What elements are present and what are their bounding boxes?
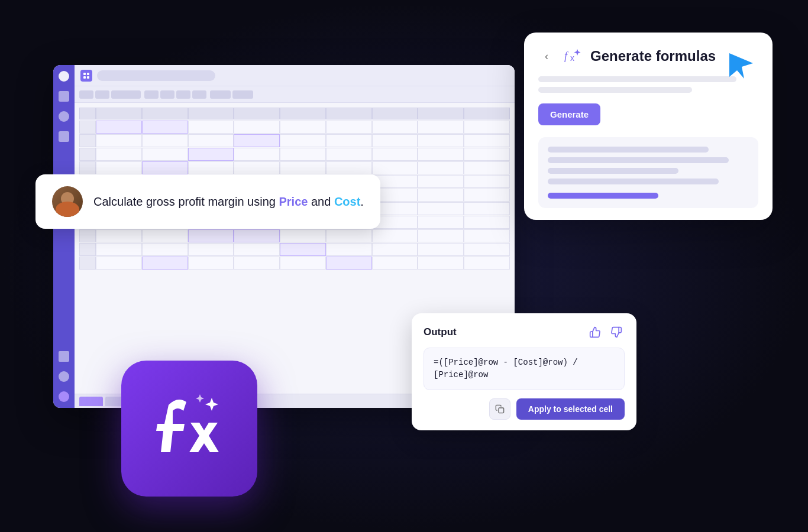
sheet-cell-b1[interactable]: [142, 121, 188, 134]
sheet-cell-b9[interactable]: [142, 229, 188, 242]
copy-button[interactable]: [489, 398, 510, 420]
sheet-cell-a3[interactable]: [96, 148, 142, 161]
sheet-cell-f9[interactable]: [326, 229, 372, 242]
sheet-cell-b3[interactable]: [142, 148, 188, 161]
sheet-cell-b11[interactable]: [142, 257, 188, 270]
sheet-cell-g4[interactable]: [372, 161, 418, 174]
sheet-cell-b2[interactable]: [142, 134, 188, 147]
sheet-cell-h10[interactable]: [418, 243, 464, 256]
svg-rect-1: [87, 73, 89, 75]
sheet-cell-a10[interactable]: [96, 243, 142, 256]
sheet-cell-g1[interactable]: [372, 121, 418, 134]
sheet-cell-i4[interactable]: [464, 161, 510, 174]
sheet-cell-d9[interactable]: [234, 229, 280, 242]
sidebar-icon-avatar[interactable]: [59, 391, 69, 402]
sheet-cell-i9[interactable]: [464, 229, 510, 242]
thumbs-down-icon[interactable]: [608, 324, 625, 340]
sheet-cell-d4[interactable]: [234, 161, 280, 174]
sheet-cell-h3[interactable]: [418, 148, 464, 161]
sheet-cell-d11[interactable]: [234, 257, 280, 270]
sheet-cell-h2[interactable]: [418, 134, 464, 147]
sheet-row-header-10: [79, 243, 96, 256]
panel-desc-line-2: [538, 87, 692, 93]
svg-rect-0: [83, 73, 86, 75]
sheet-cell-g9[interactable]: [372, 229, 418, 242]
sheet-cell-d10[interactable]: [234, 243, 280, 256]
sheet-cell-c10[interactable]: [188, 243, 234, 256]
sheet-cell-d2[interactable]: [234, 134, 280, 147]
sheet-cell-h7[interactable]: [418, 202, 464, 215]
sheet-cell-a1[interactable]: [96, 121, 142, 134]
sheet-cell-i10[interactable]: [464, 243, 510, 256]
sheet-row-4: [79, 161, 510, 174]
sheet-cell-e11[interactable]: [280, 257, 326, 270]
sheet-cell-a4[interactable]: [96, 161, 142, 174]
sheet-cell-e2[interactable]: [280, 134, 326, 147]
sheet-cell-i8[interactable]: [464, 216, 510, 229]
formula-bar-pill-6: [176, 90, 190, 99]
sheet-cell-e10[interactable]: [280, 243, 326, 256]
panel-fx-icon: f x: [562, 46, 583, 67]
user-avatar: [52, 186, 83, 217]
sheet-cell-h4[interactable]: [418, 161, 464, 174]
panel-back-button[interactable]: ‹: [538, 48, 555, 64]
result-line-2: [548, 157, 729, 163]
sidebar-icon-file[interactable]: [59, 131, 69, 142]
sheet-cell-c11[interactable]: [188, 257, 234, 270]
sheet-cell-i11[interactable]: [464, 257, 510, 270]
sheet-cell-a11[interactable]: [96, 257, 142, 270]
sheet-cell-a2[interactable]: [96, 134, 142, 147]
formula-bar-pill-5: [160, 90, 174, 99]
sheet-cell-i2[interactable]: [464, 134, 510, 147]
sheet-cell-h1[interactable]: [418, 121, 464, 134]
sheet-cell-b4[interactable]: [142, 161, 188, 174]
sheet-cell-i5[interactable]: [464, 175, 510, 188]
sheet-cell-e9[interactable]: [280, 229, 326, 242]
sheet-cell-i7[interactable]: [464, 202, 510, 215]
sheet-cell-h6[interactable]: [418, 189, 464, 202]
thumbs-up-icon[interactable]: [587, 324, 603, 340]
sheet-cell-i3[interactable]: [464, 148, 510, 161]
apply-to-cell-button[interactable]: Apply to selected cell: [516, 398, 625, 420]
sidebar-icon-search[interactable]: [59, 111, 69, 122]
sheet-cell-d3[interactable]: [234, 148, 280, 161]
sheet-cell-g11[interactable]: [372, 257, 418, 270]
sheet-cell-g2[interactable]: [372, 134, 418, 147]
sheet-cell-c4[interactable]: [188, 161, 234, 174]
svg-rect-2: [83, 76, 86, 79]
sheet-cell-f2[interactable]: [326, 134, 372, 147]
svg-text:f: f: [564, 50, 569, 62]
sheet-cell-f1[interactable]: [326, 121, 372, 134]
sheet-cell-c2[interactable]: [188, 134, 234, 147]
sheet-cell-a9[interactable]: [96, 229, 142, 242]
sidebar-icon-home[interactable]: [59, 71, 69, 82]
sheet-cell-h9[interactable]: [418, 229, 464, 242]
sheet-tab-1[interactable]: [79, 397, 103, 406]
result-line-4: [548, 179, 719, 184]
sheet-cell-f3[interactable]: [326, 148, 372, 161]
sidebar-icon-settings[interactable]: [59, 371, 69, 382]
generate-button[interactable]: Generate: [538, 103, 600, 125]
sheet-cell-e3[interactable]: [280, 148, 326, 161]
sheet-cell-f11[interactable]: [326, 257, 372, 270]
sheet-cell-g10[interactable]: [372, 243, 418, 256]
sheet-cell-d1[interactable]: [234, 121, 280, 134]
sidebar-icon-notification[interactable]: [59, 91, 69, 102]
sheet-cell-e1[interactable]: [280, 121, 326, 134]
sheet-cell-h5[interactable]: [418, 175, 464, 188]
sidebar-icon-grid[interactable]: [59, 351, 69, 362]
sheet-cell-i1[interactable]: [464, 121, 510, 134]
sheet-row-header-11: [79, 257, 96, 270]
sheet-cell-g3[interactable]: [372, 148, 418, 161]
sheet-cell-b10[interactable]: [142, 243, 188, 256]
sheet-cell-e4[interactable]: [280, 161, 326, 174]
sheet-cell-h11[interactable]: [418, 257, 464, 270]
sheet-cell-h8[interactable]: [418, 216, 464, 229]
sheet-cell-c1[interactable]: [188, 121, 234, 134]
sheet-cell-c9[interactable]: [188, 229, 234, 242]
sheet-cell-i6[interactable]: [464, 189, 510, 202]
sheet-cell-f4[interactable]: [326, 161, 372, 174]
sheet-cell-c3[interactable]: [188, 148, 234, 161]
output-panel: Output =([Price]@row - [Cost]@row) / [Pr…: [412, 313, 636, 430]
sheet-cell-f10[interactable]: [326, 243, 372, 256]
